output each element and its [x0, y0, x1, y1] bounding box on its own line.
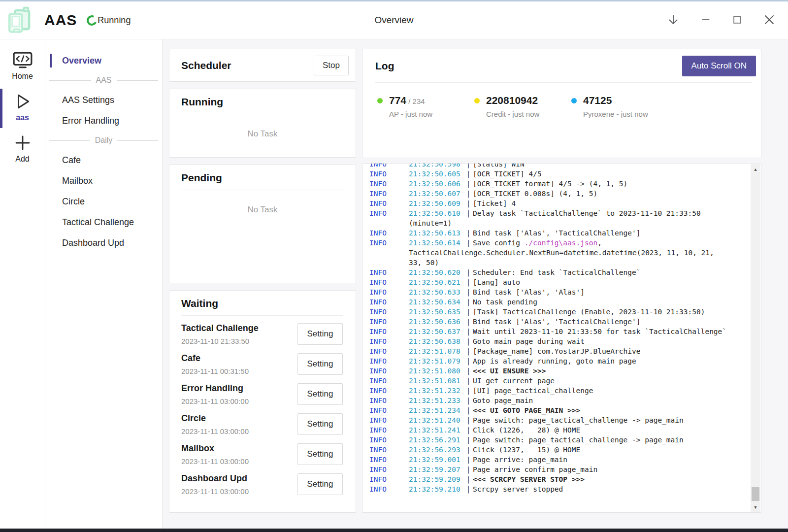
- pending-card: Pending No Task: [169, 165, 356, 283]
- setting-button-dashboard-upd[interactable]: Setting: [297, 473, 343, 495]
- sidebar-item-label: AAS Settings: [62, 95, 114, 105]
- waiting-task-name: Cafe: [181, 353, 249, 364]
- waiting-task-time: 2023-11-11 03:00:00: [181, 457, 249, 466]
- sidebar-item-circle[interactable]: Circle: [45, 191, 162, 212]
- waiting-task-time: 2023-11-11 03:00:00: [181, 487, 249, 496]
- setting-button-circle[interactable]: Setting: [297, 413, 343, 435]
- log-line: INFO21:32:50.614|Save config ./config\aa…: [369, 238, 746, 248]
- download-button[interactable]: [665, 11, 682, 30]
- sidebar-group-label: AAS: [96, 76, 112, 85]
- scrollbar-thumb[interactable]: [752, 487, 759, 501]
- waiting-task-info: Circle2023-11-11 03:00:00: [181, 413, 249, 435]
- stop-button[interactable]: Stop: [314, 56, 349, 75]
- sidebar-item-label: Home: [12, 72, 33, 81]
- running-spinner-icon: [85, 14, 98, 27]
- log-line: INFO21:32:59.207|Page arrive confirm pag…: [369, 465, 746, 474]
- log-line: INFO21:32:50.609|[Ticket] 4: [369, 199, 746, 208]
- minimize-button[interactable]: [698, 12, 713, 29]
- waiting-task-time: 2023-11-11 03:00:00: [181, 427, 249, 435]
- app-window: AAS Running Overview: [0, 0, 788, 532]
- setting-button-cafe[interactable]: Setting: [297, 353, 343, 375]
- sidebar-item-label: aas: [16, 113, 29, 122]
- setting-button-error-handling[interactable]: Setting: [297, 383, 343, 405]
- stat-ap: 774 / 234AP - just now: [377, 95, 474, 118]
- sidebar-menu: OverviewAASAAS SettingsError HandlingDai…: [45, 39, 163, 529]
- close-icon: [763, 14, 775, 27]
- log-console[interactable]: INFO21:32:50.598|[Status] WININFO21:32:5…: [362, 163, 761, 513]
- waiting-task-info: Error Handling2023-11-11 03:00:00: [181, 383, 249, 405]
- sidebar-item-home[interactable]: Home: [0, 48, 45, 86]
- maximize-button[interactable]: [730, 12, 745, 29]
- waiting-task-name: Dashboard Upd: [181, 473, 249, 484]
- waiting-task-info: Tactical Challenge2023-11-10 21:33:50: [181, 323, 259, 345]
- sidebar-item-cafe[interactable]: Cafe: [45, 150, 162, 170]
- main-area: Home aas Add OverviewAASAAS SettingsErro…: [0, 39, 788, 529]
- stat-label: AP - just now: [389, 110, 432, 118]
- stat-label: Credit - just now: [486, 110, 539, 118]
- sidebar-item-aas[interactable]: aas: [0, 90, 45, 127]
- log-line: INFO21:32:59.210|Scrcpy server stopped: [369, 484, 746, 494]
- download-icon: [667, 13, 680, 28]
- log-line-continuation: TacticalChallenge.Scheduler.NextRun=date…: [369, 248, 746, 258]
- sidebar-item-error-handling[interactable]: Error Handling: [45, 110, 162, 131]
- log-line: INFO21:32:50.635|[Task] TacticalChalleng…: [369, 307, 746, 317]
- waiting-task-dashboard-upd: Dashboard Upd2023-11-11 03:00:00Setting: [181, 472, 343, 496]
- log-line-continuation: 33, 50): [369, 258, 746, 267]
- waiting-task-name: Mailbox: [181, 443, 249, 454]
- log-line: INFO21:32:50.613|Bind task ['Alas', 'Tac…: [369, 228, 746, 238]
- log-line: INFO21:32:50.607|[OCR_TICKET 0.008s] (4,…: [369, 189, 746, 199]
- divider: [181, 190, 344, 190]
- log-line: INFO21:32:50.610|Delay task `TacticalCha…: [369, 208, 746, 218]
- sidebar-item-label: Tactical Challenge: [62, 217, 134, 228]
- sidebar-item-add[interactable]: Add: [0, 131, 45, 168]
- log-scrollbar[interactable]: ▲ ▼: [751, 164, 760, 512]
- log-line: INFO21:32:51.080|<<< UI ENSURE >>>: [369, 366, 746, 376]
- setting-button-mailbox[interactable]: Setting: [297, 443, 343, 465]
- divider: [181, 315, 343, 316]
- sidebar-item-mailbox[interactable]: Mailbox: [45, 170, 162, 191]
- window-title: Overview: [374, 15, 413, 26]
- sidebar-group-divider-aas: AAS: [45, 71, 162, 90]
- log-line: INFO21:32:50.605|[OCR_TICKET] 4/5: [369, 169, 746, 179]
- waiting-task-name: Error Handling: [181, 383, 249, 394]
- sidebar-item-dashboard-upd[interactable]: Dashboard Upd: [45, 233, 162, 253]
- code-monitor-icon: [13, 51, 33, 69]
- plus-icon: [14, 134, 31, 152]
- stat-credit: 220810942Credit - just now: [474, 95, 571, 118]
- waiting-task-mailbox: Mailbox2023-11-11 03:00:00Setting: [181, 442, 343, 466]
- log-line: INFO21:32:50.636|Bind task ['Alas', 'Tac…: [369, 317, 746, 327]
- log-line: INFO21:32:51.233|Goto page_main: [369, 396, 746, 405]
- log-line: INFO21:32:50.633|Bind task ['Alas', 'Ala…: [369, 287, 746, 297]
- sidebar-item-label: Add: [15, 155, 29, 164]
- auto-scroll-toggle[interactable]: Auto Scroll ON: [682, 56, 756, 76]
- sidebar-item-label: Error Handling: [62, 116, 119, 126]
- content-area: Scheduler Stop Running No Task Pending N…: [163, 39, 788, 529]
- waiting-task-name: Circle: [181, 413, 249, 424]
- divider: [375, 82, 752, 83]
- stat-value: 220810942: [486, 95, 539, 106]
- play-icon: [14, 93, 32, 110]
- log-line: INFO21:32:50.634|No task pending: [369, 297, 746, 307]
- waiting-task-tactical-challenge: Tactical Challenge2023-11-10 21:33:50Set…: [181, 322, 343, 346]
- log-console-content: INFO21:32:50.598|[Status] WININFO21:32:5…: [369, 163, 746, 494]
- log-line: INFO21:32:51.081|UI get current page: [369, 376, 746, 386]
- sidebar-item-tactical-challenge[interactable]: Tactical Challenge: [45, 212, 162, 233]
- setting-button-tactical-challenge[interactable]: Setting: [297, 323, 343, 345]
- waiting-task-time: 2023-11-11 00:31:50: [181, 367, 249, 375]
- log-line: INFO21:32:51.241|Click (1226, 28) @ HOME: [369, 425, 746, 435]
- sidebar-group-label: Daily: [95, 136, 113, 145]
- waiting-task-info: Mailbox2023-11-11 03:00:00: [181, 443, 249, 466]
- running-empty-text: No Task: [181, 129, 344, 139]
- window-bottom-edge: [0, 529, 788, 532]
- sidebar-item-label: Circle: [62, 197, 85, 207]
- divider: [181, 114, 344, 114]
- close-button[interactable]: [761, 12, 777, 29]
- scroll-up-icon[interactable]: ▲: [751, 165, 760, 174]
- log-line: INFO21:32:51.079|App is already running,…: [369, 356, 746, 366]
- waiting-task-info: Cafe2023-11-11 00:31:50: [181, 353, 249, 375]
- scroll-down-icon[interactable]: ▼: [751, 503, 760, 512]
- pending-title: Pending: [181, 172, 344, 184]
- sidebar-item-aas-settings[interactable]: AAS Settings: [45, 90, 162, 110]
- log-line: INFO21:32:50.637|Wait until 2023-11-10 2…: [369, 327, 746, 336]
- sidebar-item-overview[interactable]: Overview: [45, 50, 162, 71]
